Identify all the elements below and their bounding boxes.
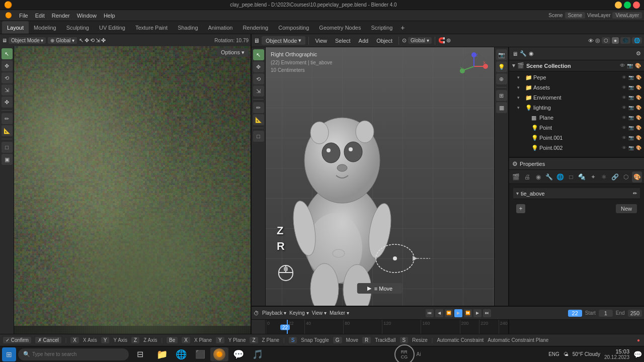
point001-eye[interactable]: 👁 [621,135,627,140]
left-viewport-canvas[interactable]: Options ▾ [14,46,251,334]
point001-cam[interactable]: 📷 [628,135,634,140]
taskbar-explorer[interactable]: 📁 [153,347,171,361]
prop-icon-output[interactable]: 🖨 [522,171,532,183]
tab-compositing[interactable]: Compositing [273,21,314,34]
object-menu[interactable]: Object [373,37,395,45]
point-cam[interactable]: 📷 [628,125,634,130]
r-key[interactable]: R [362,337,371,343]
tool-measure[interactable]: 📐 [2,125,13,136]
taskbar-music[interactable]: 🎵 [249,347,267,361]
snap-toggle-key[interactable]: S [289,337,297,343]
scene-selector[interactable]: Scene [565,12,585,19]
tab-sculpting[interactable]: Sculpting [61,21,94,34]
prop-icon-particle[interactable]: ✦ [588,171,598,183]
material-plus-button[interactable]: + [516,204,525,213]
assets-render[interactable]: 🎨 [635,85,642,90]
icon-xray[interactable]: ◎ [595,37,600,44]
enviro-eye[interactable]: 👁 [621,95,627,100]
tab-shading[interactable]: Shading [173,21,203,34]
next-keyframe-button[interactable]: ⏩ [464,309,472,317]
outliner-item-point002[interactable]: 💡 Point.002 👁 📷 🎨 [509,143,644,153]
3d-right-floor[interactable]: ▦ [496,102,507,113]
maximize-button[interactable] [624,2,631,9]
3d-right-grid[interactable]: ⊞ [496,90,507,101]
pepe-render[interactable]: 🎨 [635,75,642,80]
playback-menu[interactable]: Playback ▾ [262,310,286,316]
outliner-item-point001[interactable]: 💡 Point.001 👁 📷 🎨 [509,133,644,143]
enviro-render[interactable]: 🎨 [635,95,642,100]
minimize-button[interactable] [615,2,622,9]
prev-keyframe-button[interactable]: ⏪ [445,309,453,317]
tie-above-edit-icon[interactable]: ✏ [633,191,637,196]
enviro-cam[interactable]: 📷 [628,95,634,100]
pepe-eye[interactable]: 👁 [621,75,627,80]
prop-icon-scene[interactable]: 🔧 [544,171,554,183]
close-button[interactable] [633,2,640,9]
prop-icon-object[interactable]: □ [566,171,576,183]
lang-indicator[interactable]: ENG [548,351,559,357]
3d-right-nav[interactable]: ⊕ [496,73,507,84]
menu-help[interactable]: Help [101,12,118,20]
current-frame-display[interactable]: 22 [568,310,582,317]
3d-tool-move[interactable]: ✥ [253,61,264,72]
taskbar-task-view[interactable]: ⊟ [131,347,149,361]
tool-add-cube[interactable]: □ [2,142,13,153]
taskbar-discord[interactable]: 💬 [229,347,248,361]
taskbar-blender[interactable]: 🟠 [210,347,228,361]
point-eye[interactable]: 👁 [621,125,627,130]
shading-wire[interactable]: ⬡ [602,37,610,44]
prop-icon-world[interactable]: 🌐 [555,171,565,183]
windows-start-button[interactable]: ⊞ [2,347,16,361]
tool-move[interactable]: ✥ [2,60,13,71]
3d-viewport[interactable]: ↖ ✥ ⟲ ⇲ ✏ 📐 □ 📷 💡 ⊕ [252,47,508,306]
icon-overlay[interactable]: 👁 [588,38,594,44]
material-new-button[interactable]: New [616,204,637,213]
outliner-item-assets[interactable]: ▾ 📁 Assets 👁 📷 🎨 [509,82,644,93]
add-workspace-button[interactable]: + [397,23,408,33]
y-key[interactable]: Y [101,337,110,343]
tab-texture-paint[interactable]: Texture Paint [130,21,173,34]
x-plane-key[interactable]: X [182,337,190,343]
jump-start-button[interactable]: ⏮ [426,309,434,317]
plane-cam[interactable]: 📷 [628,115,634,120]
end-frame-input[interactable]: 250 [628,310,642,317]
3d-right-camera[interactable]: 📷 [496,49,507,60]
tab-modeling[interactable]: Modeling [29,21,61,34]
shading-solid[interactable]: ● [612,37,619,44]
taskbar-search-area[interactable]: 🔍 [18,348,129,360]
lighting-cam[interactable]: 📷 [628,105,634,110]
tab-animation[interactable]: Animation [203,21,238,34]
prop-icon-material[interactable]: 🎨 [632,171,642,183]
next-frame-button[interactable]: ▶ [473,309,481,317]
prop-icon-constraint[interactable]: 🔗 [610,171,620,183]
point001-render[interactable]: 🎨 [635,135,642,140]
play-button[interactable]: ▶ [454,309,462,317]
prev-frame-button[interactable]: ◀ [435,309,443,317]
jump-end-button[interactable]: ⏭ [483,309,491,317]
tab-rendering[interactable]: Rendering [237,21,273,34]
g-key[interactable]: G [333,337,342,343]
lighting-render[interactable]: 🎨 [635,105,642,110]
assets-eye[interactable]: 👁 [621,85,627,90]
tab-scripting[interactable]: Scripting [366,21,397,34]
viewport-gizmo[interactable]: X Y Z [459,51,489,82]
lighting-eye[interactable]: 👁 [621,105,627,110]
prop-icon-physics[interactable]: ⚛ [599,171,609,183]
options-button[interactable]: Options ▾ [217,48,249,57]
add-menu[interactable]: Add [356,37,372,45]
marker-menu[interactable]: Marker ▾ [330,310,349,316]
y-plane-key[interactable]: Y [216,337,224,343]
prop-icon-data[interactable]: ⬡ [621,171,631,183]
global-btn[interactable]: ⊕ Global ▾ [48,37,76,44]
tool-options[interactable]: ▣ [2,154,13,165]
view-menu[interactable]: View [312,37,330,45]
assets-cam[interactable]: 📷 [628,85,634,90]
shading-render[interactable]: 🌐 [632,37,642,44]
3d-right-light[interactable]: 💡 [496,61,507,72]
timeline-view-menu[interactable]: View ▾ [312,310,327,316]
global-orientation[interactable]: Global ▾ [408,37,432,44]
pepe-cam[interactable]: 📷 [628,75,634,80]
taskbar-chrome[interactable]: 🌐 [172,347,190,361]
outliner-item-lighting[interactable]: ▾ 💡 lighting 👁 📷 🎨 [509,103,644,113]
move-button[interactable]: ▶ ≡ Move [357,283,403,294]
